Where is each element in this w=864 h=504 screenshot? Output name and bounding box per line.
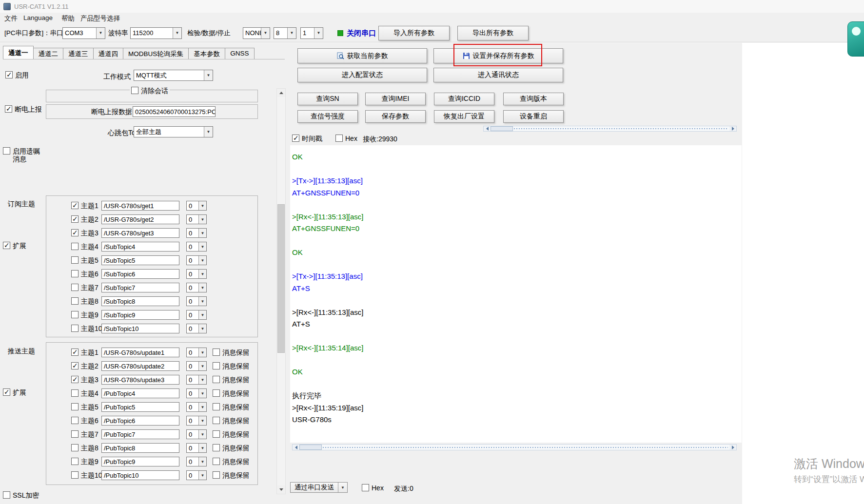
qos-select[interactable]: 0▼ [186, 296, 207, 306]
baud-select[interactable]: 115200 ▼ [130, 27, 182, 39]
query-sn-button[interactable]: 查询SN [297, 93, 358, 105]
enter-config-state-button[interactable]: 进入配置状态 [297, 68, 427, 82]
log-top-scrollbar[interactable] [483, 126, 737, 132]
query-iccid-button[interactable]: 查询ICCID [434, 93, 494, 105]
databits-select[interactable]: 8 ▼ [274, 27, 296, 39]
topic-enable-checkbox[interactable]: 主题6 [71, 270, 98, 278]
topic-enable-checkbox[interactable]: 主题3 [71, 376, 98, 384]
retain-checkbox[interactable]: 消息保留 [213, 376, 250, 384]
tab-modbus-poll[interactable]: MODBUS轮询采集 [123, 48, 189, 59]
topic-enable-checkbox[interactable]: 主题7 [71, 284, 98, 291]
qos-select[interactable]: 0▼ [186, 214, 207, 224]
publish-extend-checkbox[interactable]: 扩展 [3, 388, 26, 396]
set-save-all-params-button[interactable]: 设置并保存所有参数 [433, 48, 563, 63]
log-bottom-scrollbar[interactable] [292, 444, 737, 450]
topic-input[interactable]: /SubTopic8 [101, 296, 179, 306]
topic-input[interactable]: /SubTopic6 [101, 269, 179, 279]
qos-select[interactable]: 0▼ [186, 402, 207, 412]
close-port-button[interactable]: 关闭串口 [347, 28, 376, 38]
parity-select[interactable]: NONE ▼ [243, 27, 270, 39]
topic-enable-checkbox[interactable]: 主题10 [71, 471, 102, 479]
scroll-up-icon[interactable] [277, 89, 285, 97]
topic-enable-checkbox[interactable]: 主题4 [71, 389, 98, 397]
topic-enable-checkbox[interactable]: 主题9 [71, 458, 98, 465]
menu-file[interactable]: 文件 [4, 14, 18, 23]
retain-checkbox[interactable]: 消息保留 [213, 458, 250, 465]
scrollbar-thumb[interactable] [491, 126, 513, 131]
scrollbar-thumb[interactable] [277, 204, 285, 353]
retain-checkbox[interactable]: 消息保留 [213, 389, 250, 397]
topic-enable-checkbox[interactable]: 主题5 [71, 403, 98, 411]
save-params-button[interactable]: 保存参数 [365, 110, 426, 123]
topic-enable-checkbox[interactable]: 主题4 [71, 243, 98, 251]
topic-enable-checkbox[interactable]: 主题8 [71, 297, 98, 305]
qos-select[interactable]: 0▼ [186, 283, 207, 292]
qos-select[interactable]: 0▼ [186, 429, 207, 439]
qos-select[interactable]: 0▼ [186, 228, 207, 238]
tab-channel-2[interactable]: 通道二 [33, 48, 64, 59]
qos-select[interactable]: 0▼ [186, 255, 207, 265]
topic-input[interactable]: /SubTopic5 [101, 255, 179, 265]
topic-enable-checkbox[interactable]: 主题8 [71, 444, 98, 452]
left-panel-scrollbar[interactable] [276, 88, 286, 494]
topic-input[interactable]: /USR-G780s/update1 [101, 348, 179, 357]
retain-checkbox[interactable]: 消息保留 [213, 430, 250, 438]
recv-hex-checkbox[interactable]: Hex [335, 135, 357, 142]
scroll-right-icon[interactable] [729, 126, 736, 131]
scroll-right-icon[interactable] [729, 445, 736, 450]
port-select[interactable]: COM3 ▼ [62, 27, 105, 39]
topic-enable-checkbox[interactable]: 主题1 [71, 202, 98, 210]
tab-basic-params[interactable]: 基本参数 [188, 48, 225, 59]
topic-input[interactable]: /USR-G780s/get1 [101, 201, 179, 211]
enable-checkbox[interactable]: 启用 [5, 71, 29, 79]
tab-channel-1[interactable]: 通道一 [3, 46, 34, 59]
topic-input[interactable]: /SubTopic7 [101, 283, 179, 292]
topic-input[interactable]: /USR-G780s/update3 [101, 375, 179, 385]
topic-enable-checkbox[interactable]: 主题3 [71, 229, 98, 237]
tab-channel-3[interactable]: 通道三 [63, 48, 94, 59]
heartbeat-topic-select[interactable]: 全部主题 ▼ [134, 126, 213, 137]
scrollbar-thumb[interactable] [299, 445, 322, 450]
will-message-checkbox[interactable]: 启用遗嘱消息 [3, 147, 43, 163]
qos-select[interactable]: 0▼ [186, 457, 207, 466]
timestamp-checkbox[interactable]: 时间戳 [292, 135, 322, 142]
qos-select[interactable]: 0▼ [186, 324, 207, 333]
send-via-serial-button[interactable]: 通过串口发送 ▼ [290, 482, 348, 493]
qos-select[interactable]: 0▼ [186, 201, 207, 211]
topic-input[interactable]: /SubTopic9 [101, 310, 179, 320]
topic-enable-checkbox[interactable]: 主题2 [71, 215, 98, 223]
topic-input[interactable]: /PubTopic10 [101, 470, 179, 480]
topic-input[interactable]: /PubTopic4 [101, 388, 179, 398]
scroll-left-icon[interactable] [293, 445, 299, 450]
ssl-checkbox[interactable]: SSL加密 [3, 491, 39, 499]
device-restart-button[interactable]: 设备重启 [503, 110, 564, 123]
topic-enable-checkbox[interactable]: 主题5 [71, 256, 98, 264]
scrollbar-track[interactable] [299, 445, 729, 450]
enter-comm-state-button[interactable]: 进入通讯状态 [433, 68, 563, 82]
retain-checkbox[interactable]: 消息保留 [213, 444, 250, 452]
power-report-data-input[interactable]: 02500524060700013275:PO [133, 106, 216, 117]
retain-checkbox[interactable]: 消息保留 [213, 471, 250, 479]
subscribe-extend-checkbox[interactable]: 扩展 [3, 242, 26, 250]
qos-select[interactable]: 0▼ [186, 416, 207, 426]
topic-enable-checkbox[interactable]: 主题1 [71, 349, 98, 356]
topic-enable-checkbox[interactable]: 主题6 [71, 417, 98, 425]
query-signal-button[interactable]: 查信号强度 [297, 110, 358, 123]
scroll-left-icon[interactable] [484, 126, 491, 131]
menu-help[interactable]: 帮助 [61, 14, 75, 23]
retain-checkbox[interactable]: 消息保留 [213, 349, 250, 356]
scrollbar-track[interactable] [491, 126, 729, 131]
topic-enable-checkbox[interactable]: 主题9 [71, 311, 98, 319]
qos-select[interactable]: 0▼ [186, 348, 207, 357]
topic-input[interactable]: /SubTopic4 [101, 242, 179, 252]
topic-input[interactable]: /USR-G780s/update2 [101, 361, 179, 371]
factory-reset-button[interactable]: 恢复出厂设置 [434, 110, 494, 123]
qos-select[interactable]: 0▼ [186, 361, 207, 371]
send-hex-checkbox[interactable]: Hex [362, 484, 384, 492]
topic-input[interactable]: /PubTopic5 [101, 402, 179, 412]
topic-input[interactable]: /PubTopic7 [101, 429, 179, 439]
power-report-checkbox[interactable]: 断电上报 [5, 105, 42, 113]
get-current-params-button[interactable]: 获取当前参数 [297, 48, 427, 63]
import-all-params-button[interactable]: 导入所有参数 [378, 26, 450, 40]
topic-input[interactable]: /PubTopic9 [101, 457, 179, 466]
